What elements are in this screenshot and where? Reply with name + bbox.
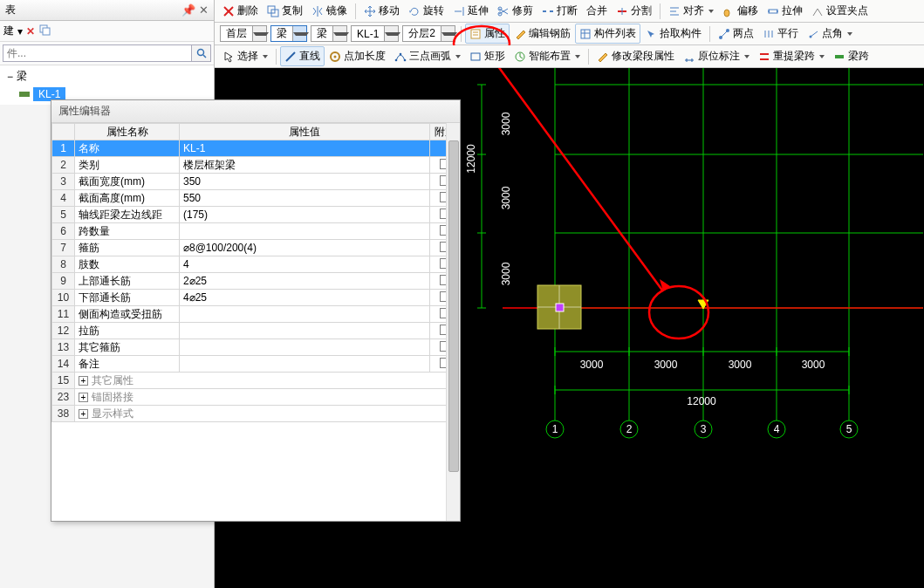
smart-layout-button[interactable]: 智能布置 [510, 46, 585, 66]
property-row[interactable]: 3截面宽度(mm)350 [52, 174, 460, 190]
edit-rebar-button[interactable]: 编辑钢筋 [510, 24, 575, 44]
svg-point-2 [197, 50, 203, 56]
rect-button[interactable]: 矩形 [465, 46, 510, 66]
svg-point-38 [334, 55, 337, 58]
svg-rect-63 [556, 304, 564, 311]
prop-value[interactable]: KL-1 [180, 140, 430, 157]
row-index: 9 [52, 273, 75, 290]
beam-segment-button[interactable]: 修改梁段属性 [592, 46, 679, 66]
align-button[interactable]: 对齐 [664, 1, 718, 21]
property-row[interactable]: 4截面高度(mm)550 [52, 190, 460, 207]
point-length-button[interactable]: 点加长度 [325, 46, 390, 66]
prop-value[interactable] [180, 323, 430, 339]
copy-button[interactable]: 复制 [263, 1, 307, 21]
category2-combo[interactable]: 梁 [311, 25, 347, 42]
two-point-button[interactable]: 两点 [714, 24, 758, 44]
property-row[interactable]: 7箍筋⌀8@100/200(4) [52, 240, 460, 256]
prop-value[interactable]: 2⌀25 [180, 273, 430, 290]
property-row[interactable]: 12拉筋 [52, 323, 460, 339]
row-index: 11 [52, 306, 75, 323]
join-button[interactable]: 合并 [582, 1, 612, 21]
parallel-button[interactable]: 平行 [758, 24, 803, 44]
scrollbar[interactable] [446, 123, 460, 521]
svg-text:3: 3 [701, 423, 707, 435]
pick-member-button[interactable]: 拾取构件 [640, 24, 706, 44]
prop-value[interactable] [180, 356, 430, 373]
svg-rect-22 [471, 30, 480, 38]
search-input[interactable] [3, 44, 192, 62]
property-row[interactable]: 10下部通长筋4⌀25 [52, 290, 460, 306]
property-button[interactable]: 属性 [465, 24, 510, 44]
break-button[interactable]: 打断 [537, 1, 582, 21]
property-row[interactable]: 6跨数量 [52, 223, 460, 240]
layer-combo[interactable]: 分层2 [402, 25, 455, 42]
property-grid[interactable]: 属性名称 属性值 附加 1名称KL-12类别楼层框架梁3截面宽度(mm)3504… [51, 123, 460, 521]
floor-combo[interactable]: 首层 [220, 25, 267, 42]
svg-text:3000: 3000 [500, 186, 512, 209]
svg-point-41 [404, 58, 407, 61]
expand-icon[interactable]: + [79, 409, 88, 419]
tree-root[interactable]: − 梁 [3, 67, 210, 85]
prop-name: 其它箍筋 [75, 339, 180, 356]
new-label: 建 [3, 24, 14, 38]
arc3-button[interactable]: 三点画弧 [390, 46, 465, 66]
svg-line-3 [203, 55, 206, 58]
copy-icon[interactable] [38, 24, 51, 38]
prop-value[interactable]: 550 [180, 190, 430, 207]
prop-value[interactable]: ⌀8@100/200(4) [180, 240, 430, 256]
member-combo[interactable]: KL-1 [351, 25, 399, 42]
offset-button[interactable]: 偏移 [718, 1, 763, 21]
property-row[interactable]: 13其它箍筋 [52, 339, 460, 356]
rotate-button[interactable]: 旋转 [404, 1, 448, 21]
split-button[interactable]: 分割 [612, 1, 656, 21]
dropdown-arrow-icon[interactable]: ▾ [17, 25, 23, 38]
svg-point-11 [498, 7, 502, 10]
prop-value[interactable]: (175) [180, 207, 430, 223]
expand-icon[interactable]: + [79, 376, 88, 386]
property-row[interactable]: 1名称KL-1 [52, 140, 460, 157]
prop-value[interactable] [180, 306, 430, 323]
trim-button[interactable]: 修剪 [493, 1, 537, 21]
row-index: 6 [52, 223, 75, 240]
col-index [52, 124, 75, 140]
delete-button[interactable]: 删除 [218, 1, 263, 21]
property-row[interactable]: 9上部通长筋2⌀25 [52, 273, 460, 290]
prop-value[interactable] [180, 339, 430, 356]
extend-button[interactable]: 延伸 [448, 1, 493, 21]
stretch-button[interactable]: 拉伸 [763, 1, 807, 21]
beam-span-button[interactable]: 梁跨 [829, 46, 873, 66]
scrollbar-thumb[interactable] [448, 140, 459, 472]
member-list-button[interactable]: 构件列表 [575, 24, 640, 44]
search-button[interactable] [192, 44, 211, 62]
property-row[interactable]: 14备注 [52, 356, 460, 373]
property-row[interactable]: 5轴线距梁左边线距(175) [52, 207, 460, 223]
prop-value[interactable]: 350 [180, 174, 430, 190]
col-name: 属性名称 [75, 124, 180, 140]
line-button[interactable]: 直线 [280, 46, 325, 66]
mirror-button[interactable]: 镜像 [307, 1, 352, 21]
property-group-row[interactable]: 15+其它属性 [52, 373, 460, 389]
property-row[interactable]: 8肢数4 [52, 256, 460, 273]
select-button[interactable]: 选择 [218, 46, 272, 66]
property-row[interactable]: 11侧面构造或受扭筋 [52, 306, 460, 323]
snap-button[interactable]: 设置夹点 [807, 1, 873, 21]
move-button[interactable]: 移动 [359, 1, 404, 21]
prop-name: 上部通长筋 [75, 273, 180, 290]
prop-value[interactable]: 4⌀25 [180, 290, 430, 306]
row-index: 12 [52, 323, 75, 339]
prop-value[interactable]: 楼层框架梁 [180, 157, 430, 174]
origin-label-button[interactable]: 原位标注 [679, 46, 754, 66]
delete-icon[interactable]: ✕ [26, 25, 35, 38]
property-row[interactable]: 2类别楼层框架梁 [52, 157, 460, 174]
point-angle-button[interactable]: 点角 [803, 24, 857, 44]
property-group-row[interactable]: 38+显示样式 [52, 406, 460, 422]
pin-icon[interactable]: 📌 ✕ [181, 3, 209, 17]
prop-value[interactable]: 4 [180, 256, 430, 273]
category1-combo[interactable]: 梁 [270, 25, 307, 42]
svg-text:12000: 12000 [465, 144, 477, 174]
prop-value[interactable] [180, 223, 430, 240]
property-group-row[interactable]: 23+锚固搭接 [52, 389, 460, 406]
expand-icon[interactable]: + [79, 393, 88, 402]
row-index: 8 [52, 256, 75, 273]
respan-button[interactable]: 重提梁跨 [754, 46, 829, 66]
